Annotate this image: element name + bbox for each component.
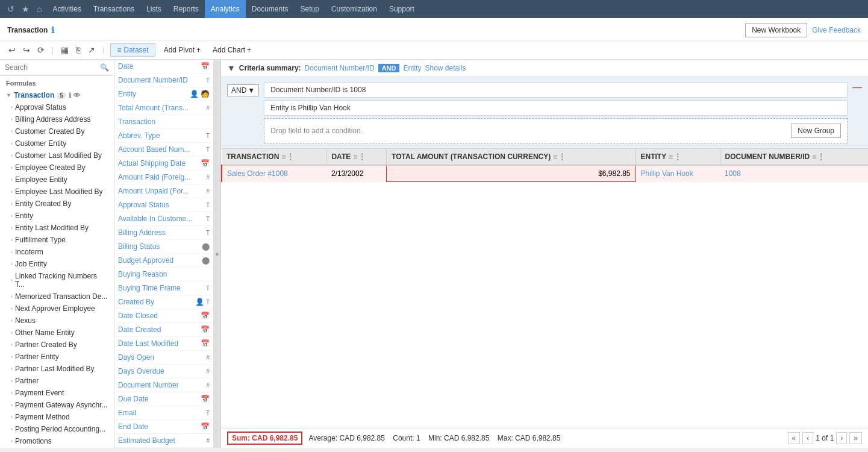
field-amount-unpaid[interactable]: Amount Unpaid (For... # bbox=[114, 184, 213, 198]
add-chart-button[interactable]: Add Chart + bbox=[209, 44, 255, 56]
list-item-customer-last-modified[interactable]: › Customer Last Modified By bbox=[0, 149, 114, 162]
list-item-incoterm[interactable]: › Incoterm bbox=[0, 246, 114, 258]
first-page-button[interactable]: « bbox=[788, 432, 801, 444]
history-icon[interactable]: ↺ bbox=[5, 3, 17, 15]
last-page-button[interactable]: » bbox=[849, 432, 862, 444]
field-billing-status[interactable]: Billing Status ⬤ bbox=[114, 240, 213, 254]
list-item-employee-created-by[interactable]: › Employee Created By bbox=[0, 162, 114, 174]
save-icon[interactable]: ▦ bbox=[60, 44, 70, 56]
list-item-payment-method[interactable]: › Payment Method bbox=[0, 411, 114, 423]
list-item-entity-created-by[interactable]: › Entity Created By bbox=[0, 198, 114, 210]
list-item-promotions[interactable]: › Promotions bbox=[0, 435, 114, 447]
export-icon[interactable]: ↗ bbox=[87, 44, 96, 56]
list-item-payment-gateway[interactable]: › Payment Gateway Asynchr... bbox=[0, 399, 114, 411]
list-item-nexus[interactable]: › Nexus bbox=[0, 315, 114, 327]
criteria-collapse-icon[interactable]: ▼ bbox=[227, 63, 236, 73]
list-item-employee-entity[interactable]: › Employee Entity bbox=[0, 174, 114, 186]
list-item-entity-last-modified[interactable]: › Entity Last Modified By bbox=[0, 222, 114, 234]
field-entity[interactable]: Entity 👤🧑 bbox=[114, 87, 213, 101]
list-item-fulfillment-type[interactable]: › Fulfillment Type bbox=[0, 234, 114, 246]
col-menu-icon[interactable]: ≡ bbox=[553, 152, 557, 161]
field-account-based-num[interactable]: Account Based Num... T bbox=[114, 143, 213, 157]
nav-item-transactions[interactable]: Transactions bbox=[87, 0, 140, 18]
col-menu-icon[interactable]: ≡ bbox=[281, 152, 286, 161]
field-estimated-budget[interactable]: Estimated Budget # bbox=[114, 434, 213, 448]
filter-condition-1[interactable]: Document Number/ID is 1008 bbox=[264, 82, 848, 98]
field-email[interactable]: Email T bbox=[114, 406, 213, 420]
list-item-next-approver[interactable]: › Next Approver Employee bbox=[0, 303, 114, 315]
field-actual-shipping-date[interactable]: Actual Shipping Date 📅 bbox=[114, 157, 213, 171]
add-pivot-button[interactable]: Add Pivot + bbox=[160, 44, 204, 56]
dataset-tab[interactable]: ≡ Dataset bbox=[110, 43, 155, 57]
give-feedback-button[interactable]: Give Feedback bbox=[812, 23, 861, 37]
col-menu-icon[interactable]: ≡ bbox=[812, 152, 816, 161]
filter-remove-icon[interactable]: — bbox=[852, 82, 862, 93]
col-resize-icon[interactable]: ⋮ bbox=[558, 152, 566, 161]
list-item-other-name-entity[interactable]: › Other Name Entity bbox=[0, 327, 114, 339]
filter-condition-2[interactable]: Entity is Phillip Van Hook bbox=[264, 100, 848, 116]
field-date[interactable]: Date 📅 bbox=[114, 60, 213, 74]
col-resize-icon[interactable]: ⋮ bbox=[817, 152, 825, 161]
info-icon[interactable]: ℹ bbox=[69, 92, 71, 99]
favorites-icon[interactable]: ★ bbox=[19, 3, 32, 15]
list-item-linked-tracking[interactable]: › Linked Tracking Numbers T... bbox=[0, 270, 114, 290]
nav-item-reports[interactable]: Reports bbox=[167, 0, 205, 18]
field-approval-status[interactable]: Approval Status T bbox=[114, 198, 213, 212]
field-document-number-id[interactable]: Document Number/ID T bbox=[114, 74, 213, 87]
col-resize-icon[interactable]: ⋮ bbox=[674, 152, 681, 161]
list-item-customer-created-by[interactable]: › Customer Created By bbox=[0, 125, 114, 137]
field-buying-time-frame[interactable]: Buying Time Frame T bbox=[114, 281, 213, 295]
field-billing-address[interactable]: Billing Address T bbox=[114, 226, 213, 240]
refresh-icon[interactable]: ⟳ bbox=[36, 44, 46, 56]
nav-item-activities[interactable]: Activities bbox=[46, 0, 87, 18]
list-item-partner-created-by[interactable]: › Partner Created By bbox=[0, 339, 114, 351]
list-item-partner-entity[interactable]: › Partner Entity bbox=[0, 351, 114, 363]
share-icon[interactable]: ⎘ bbox=[75, 44, 82, 56]
list-item-employee-last-modified[interactable]: › Employee Last Modified By bbox=[0, 186, 114, 198]
field-abbrev-type[interactable]: Abbrev. Type T bbox=[114, 129, 213, 143]
field-date-created[interactable]: Date Created 📅 bbox=[114, 323, 213, 337]
list-item-sales-rep[interactable]: › Sales Rep Employee bbox=[0, 447, 114, 448]
list-item-approval-status[interactable]: › Approval Status bbox=[0, 101, 114, 113]
field-available-in-customer[interactable]: Available In Custome... T bbox=[114, 212, 213, 226]
nav-item-customization[interactable]: Customization bbox=[325, 0, 383, 18]
criteria-show-details[interactable]: Show details bbox=[425, 64, 466, 72]
col-resize-icon[interactable]: ⋮ bbox=[358, 152, 366, 161]
list-item-memorized-transaction[interactable]: › Memorized Transaction De... bbox=[0, 290, 114, 303]
new-workbook-button[interactable]: New Workbook bbox=[745, 23, 807, 37]
field-total-amount[interactable]: Total Amount (Trans... # bbox=[114, 101, 213, 115]
table-row[interactable]: Sales Order #1008 2/13/2002 $6,982.85 Ph… bbox=[222, 165, 868, 182]
prev-page-button[interactable]: ‹ bbox=[802, 432, 813, 444]
list-item-payment-event[interactable]: › Payment Event bbox=[0, 387, 114, 399]
search-input[interactable] bbox=[5, 63, 100, 72]
list-item-billing-address[interactable]: › Billing Address Address bbox=[0, 113, 114, 125]
list-item-customer-entity[interactable]: › Customer Entity bbox=[0, 137, 114, 149]
field-date-closed[interactable]: Date Closed 📅 bbox=[114, 309, 213, 323]
field-buying-reason[interactable]: Buying Reason bbox=[114, 268, 213, 281]
field-days-open[interactable]: Days Open # bbox=[114, 351, 213, 365]
field-created-by[interactable]: Created By 👤T bbox=[114, 295, 213, 309]
field-budget-approved[interactable]: Budget Approved ⬤ bbox=[114, 254, 213, 268]
new-group-button[interactable]: New Group bbox=[791, 124, 841, 138]
next-page-button[interactable]: › bbox=[836, 432, 847, 444]
col-menu-icon[interactable]: ≡ bbox=[353, 152, 357, 161]
list-item-entity[interactable]: › Entity bbox=[0, 210, 114, 222]
list-item-job-entity[interactable]: › Job Entity bbox=[0, 258, 114, 270]
nav-item-lists[interactable]: Lists bbox=[140, 0, 167, 18]
left-list-transaction[interactable]: ▼ Transaction 5 ℹ 👁 bbox=[0, 89, 114, 101]
field-due-date[interactable]: Due Date 📅 bbox=[114, 392, 213, 406]
home-icon[interactable]: ⌂ bbox=[34, 3, 44, 15]
list-item-posting-period[interactable]: › Posting Period Accounting... bbox=[0, 423, 114, 435]
field-transaction[interactable]: Transaction bbox=[114, 115, 213, 129]
col-resize-icon[interactable]: ⋮ bbox=[287, 152, 294, 161]
list-item-partner[interactable]: › Partner bbox=[0, 375, 114, 387]
nav-item-documents[interactable]: Documents bbox=[246, 0, 295, 18]
info-icon[interactable]: ℹ bbox=[51, 25, 54, 35]
collapse-panel[interactable]: « bbox=[214, 60, 221, 448]
undo-icon[interactable]: ↩ bbox=[7, 44, 17, 56]
nav-item-analytics[interactable]: Analytics bbox=[205, 0, 246, 18]
nav-item-support[interactable]: Support bbox=[383, 0, 420, 18]
field-amount-paid[interactable]: Amount Paid (Foreig... # bbox=[114, 171, 213, 184]
col-menu-icon[interactable]: ≡ bbox=[669, 152, 673, 161]
field-end-date[interactable]: End Date 📅 bbox=[114, 420, 213, 434]
